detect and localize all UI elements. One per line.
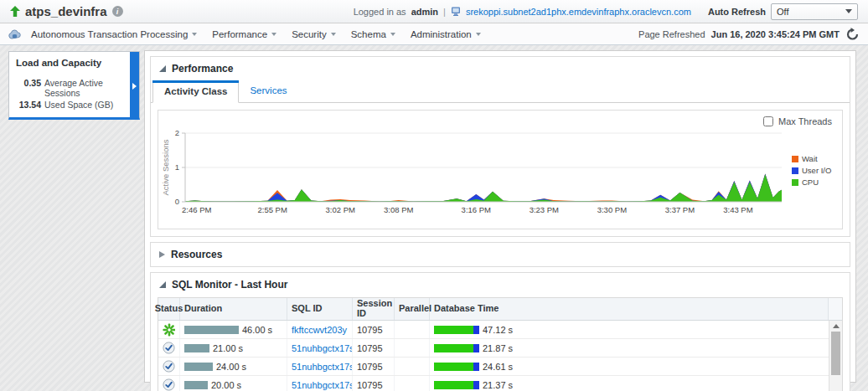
page: atps_devinfra i Logged in as admin | sre…	[0, 0, 868, 391]
menu-security[interactable]: Security	[285, 26, 343, 43]
refresh-icon[interactable]	[845, 28, 860, 41]
tab-services[interactable]: Services	[239, 80, 297, 103]
chevron-down-icon	[476, 33, 481, 36]
x-tick-label: 3:08 PM	[384, 205, 413, 214]
chevron-down-icon	[390, 33, 395, 36]
duration-bar	[184, 326, 239, 334]
auto-refresh-select[interactable]: Off	[771, 3, 858, 20]
vertical-scroll-thumb[interactable]	[831, 332, 840, 375]
duration-bar	[184, 344, 209, 352]
status-cell	[158, 358, 180, 375]
content-area: Load and Capacity 0.35Average Active Ses…	[0, 45, 868, 391]
menu-label: Schema	[351, 29, 386, 39]
column-header-database-time[interactable]: Database Time	[430, 298, 829, 320]
database-time-bar	[434, 363, 479, 371]
y-tick-label: 2	[175, 128, 179, 137]
sql-id-link[interactable]: fkftccwvt203y	[292, 325, 347, 335]
database-time-cell: 24.61 s	[430, 358, 829, 375]
database-time-value: 21.87 s	[483, 343, 513, 353]
db-time-io-segment	[473, 381, 479, 389]
menu-administration[interactable]: Administration	[404, 26, 488, 43]
column-header-session-id[interactable]: Session ID	[353, 298, 395, 320]
sql-id-cell: 51nuhbgctx17s	[287, 376, 353, 391]
chart-canvas: 012Active Sessions2:46 PM2:55 PM3:02 PM3…	[160, 128, 849, 225]
metric-row: 13.54Used Space (GB)	[16, 100, 127, 110]
tab-label: Activity Class	[164, 86, 227, 96]
session-id-cell: 10795	[353, 376, 395, 391]
expand-triangle-icon	[159, 251, 165, 258]
max-threads-checkbox[interactable]	[763, 116, 773, 126]
database-time-value: 47.12 s	[483, 325, 513, 335]
performance-tabs: Activity ClassServices	[151, 80, 850, 103]
separator: |	[443, 7, 446, 17]
chevron-down-icon	[271, 33, 276, 36]
arrow-right-icon	[132, 83, 137, 90]
column-header-status[interactable]: Status	[158, 298, 180, 320]
x-tick-label: 3:43 PM	[723, 205, 752, 214]
top-bar: atps_devinfra i Logged in as admin | sre…	[0, 0, 868, 23]
y-tick-label: 1	[175, 162, 179, 172]
table-row[interactable]: 21.00 s51nuhbgctx17s1079521.87 s	[158, 339, 829, 358]
session-id-value: 10795	[357, 343, 383, 353]
tab-activity-class[interactable]: Activity Class	[152, 80, 239, 103]
sql-monitor-section: SQL Monitor - Last Hour StatusDurationSQ…	[150, 272, 850, 391]
db-time-io-segment	[473, 344, 479, 352]
page-refreshed-label: Page Refreshed	[638, 29, 705, 39]
vertical-scrollbar[interactable]	[829, 321, 842, 391]
status-cell	[158, 321, 180, 338]
load-metrics: 0.35Average Active Sessions13.54Used Spa…	[16, 78, 127, 110]
max-threads-label: Max Threads	[778, 116, 832, 126]
sql-monitor-section-header[interactable]: SQL Monitor - Last Hour	[151, 273, 850, 295]
table-row[interactable]: 46.00 sfkftccwvt203y1079547.12 s	[158, 321, 829, 339]
metric-label: Used Space (GB)	[44, 100, 113, 110]
activity-chart-box: Max Threads 012Active Sessions2:46 PM2:5…	[158, 110, 843, 229]
collapse-triangle-icon	[159, 281, 166, 288]
sql-id-link[interactable]: 51nuhbgctx17s	[292, 362, 353, 372]
x-tick-label: 3:16 PM	[462, 205, 491, 214]
main-panel: Performance Activity ClassServices Max T…	[144, 50, 856, 383]
menu-performance[interactable]: Performance	[205, 26, 283, 43]
info-icon[interactable]: i	[112, 6, 123, 17]
performance-section-header[interactable]: Performance	[151, 57, 850, 79]
status-done-icon	[163, 342, 175, 354]
db-time-cpu-segment	[434, 363, 473, 371]
cloud-database-icon	[8, 29, 21, 39]
legend-swatch-user-i-o	[792, 167, 798, 174]
table-row[interactable]: 24.00 s51nuhbgctx17s1079524.61 s	[158, 358, 829, 376]
menu-items: Autonomous Transaction ProcessingPerform…	[24, 26, 488, 43]
duration-bar	[184, 381, 208, 389]
area-series-user-io	[185, 173, 782, 202]
sql-id-link[interactable]: 51nuhbgctx17s	[292, 343, 353, 353]
database-time-value: 21.37 s	[483, 380, 513, 390]
x-tick-label: 3:30 PM	[597, 205, 627, 214]
auto-refresh-label: Auto Refresh	[708, 7, 766, 17]
column-header-sql-id[interactable]: SQL ID	[287, 298, 353, 320]
sql-id-cell: fkftccwvt203y	[287, 321, 353, 338]
column-header-duration[interactable]: Duration	[180, 298, 287, 320]
chevron-down-icon	[331, 33, 336, 36]
sql-id-link[interactable]: 51nuhbgctx17s	[292, 380, 353, 390]
host-monitor-icon	[451, 7, 461, 16]
database-time-bar	[434, 381, 479, 389]
menu-autonomous-transaction-processing[interactable]: Autonomous Transaction Processing	[24, 26, 204, 43]
menu-schema[interactable]: Schema	[344, 26, 402, 43]
logged-in-label: Logged in as	[354, 7, 406, 17]
scroll-up-icon[interactable]	[833, 324, 840, 328]
host-link[interactable]: srekoppi.subnet2ad1phx.emdevinfraphx.ora…	[466, 7, 691, 17]
status-done-icon	[163, 378, 175, 391]
parallel-cell	[395, 358, 430, 375]
column-header-parallel[interactable]: Parallel	[395, 298, 430, 320]
x-tick-label: 2:46 PM	[182, 205, 211, 214]
session-id-value: 10795	[357, 380, 383, 390]
load-card-title: Load and Capacity	[16, 58, 127, 68]
resources-section-header[interactable]: Resources	[151, 243, 850, 266]
load-and-capacity-card[interactable]: Load and Capacity 0.35Average Active Ses…	[8, 51, 140, 120]
x-tick-label: 3:02 PM	[326, 205, 355, 214]
parallel-cell	[395, 339, 430, 357]
menu-label: Performance	[212, 29, 267, 39]
card-expand-button[interactable]	[130, 52, 139, 120]
menu-label: Security	[292, 29, 327, 39]
duration-value: 20.00 s	[211, 380, 241, 390]
table-row[interactable]: 20.00 s51nuhbgctx17s1079521.37 s	[158, 376, 829, 391]
sql-id-cell: 51nuhbgctx17s	[287, 358, 353, 375]
